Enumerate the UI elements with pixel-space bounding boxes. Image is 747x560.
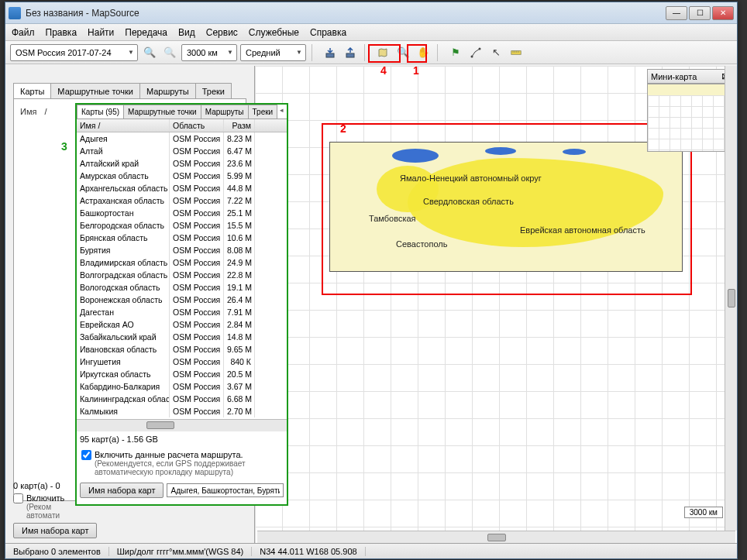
svg-point-3	[479, 47, 481, 50]
grid-hscrollbar[interactable]	[77, 419, 287, 431]
scale-combo[interactable]: 3000 км	[181, 44, 237, 61]
annotation-4: 4	[380, 64, 387, 77]
svg-point-2	[471, 55, 473, 57]
include-hint: (Рекомендуется, если GPS поддерживает ав…	[95, 459, 282, 476]
table-row[interactable]: АлтайOSM Россия6.47 М	[77, 145, 287, 157]
status-position: N34 44.011 W168 05.908	[252, 547, 365, 556]
svg-rect-0	[326, 53, 334, 57]
tab-tracks[interactable]: Треки	[195, 83, 232, 99]
maximize-button[interactable]: ☐	[689, 6, 711, 20]
menu-transfer[interactable]: Передача	[125, 27, 167, 38]
tab-maps[interactable]: Карты	[13, 83, 51, 99]
close-button[interactable]: ✕	[712, 6, 734, 20]
include-hint2: автомати	[26, 511, 64, 520]
map-pane[interactable]: Ямало-Ненецкий автономный округСвердловс…	[255, 66, 737, 543]
zoom-in-icon[interactable]: 🔍	[141, 44, 158, 61]
menu-view[interactable]: Вид	[178, 27, 195, 38]
float-collapse-icon[interactable]: ◂	[280, 106, 284, 114]
menu-file[interactable]: Файл	[12, 27, 35, 38]
map-label: Тамбовская	[369, 214, 416, 223]
table-row[interactable]: БашкортостанOSM Россия25.1 М	[77, 207, 287, 219]
float-maps-panel: ◂ Карты (95) Маршрутные точки Маршруты Т…	[75, 103, 288, 506]
include-route-checkbox-bg[interactable]	[13, 493, 23, 503]
table-row[interactable]: Амурская областьOSM Россия5.99 М	[77, 170, 287, 182]
table-row[interactable]: Еврейская АОOSM Россия2.84 М	[77, 318, 287, 331]
float-tab-waypoints[interactable]: Маршрутные точки	[123, 105, 201, 119]
menu-edit[interactable]: Правка	[46, 27, 77, 38]
map-label: Ямало-Ненецкий автономный округ	[400, 173, 542, 183]
table-row[interactable]: Белгородская областьOSM Россия15.5 М	[77, 219, 287, 232]
tab-waypoints[interactable]: Маршрутные точки	[50, 83, 140, 99]
table-row[interactable]: Брянская областьOSM Россия10.6 М	[77, 232, 287, 244]
table-row[interactable]: Воронежская областьOSM Россия26.4 М	[77, 294, 287, 306]
waypoint-tool-icon[interactable]: ⚑	[447, 44, 464, 61]
statusbar: Выбрано 0 элементов Шир/долг гггг°мм.ммм…	[5, 543, 737, 558]
detail-combo[interactable]: Средний	[240, 44, 306, 61]
setname-button-bg[interactable]: Имя набора карт	[13, 523, 97, 538]
status-selection: Выбрано 0 элементов	[5, 547, 109, 556]
float-tab-tracks[interactable]: Треки	[248, 105, 278, 119]
product-combo[interactable]: OSM Россия 2017-07-24	[10, 44, 138, 61]
table-row[interactable]: Иркутская областьOSM Россия20.5 М	[77, 368, 287, 380]
grid-col-size[interactable]: Разм	[224, 119, 255, 132]
setname-button[interactable]: Имя набора карт	[80, 483, 164, 498]
include-route-checkbox[interactable]	[81, 450, 91, 460]
minimap-title: Мини-карта	[651, 72, 697, 81]
scale-indicator: 3000 км	[684, 507, 723, 518]
col-name[interactable]: Имя	[20, 107, 36, 116]
grid-col-name[interactable]: Имя	[80, 121, 95, 130]
table-row[interactable]: ИнгушетияOSM Россия840 К	[77, 356, 287, 368]
table-row[interactable]: Калининградская областьOSM Россия6.68 М	[77, 393, 287, 405]
menu-find[interactable]: Найти	[88, 27, 114, 38]
table-row[interactable]: КалмыкияOSM Россия2.70 М	[77, 405, 287, 417]
table-row[interactable]: БурятияOSM Россия8.08 М	[77, 244, 287, 256]
map-hscrollbar[interactable]	[257, 531, 735, 543]
include-hint1: (Реком	[26, 503, 64, 511]
grid-col-area[interactable]: Область	[170, 119, 224, 132]
svg-rect-1	[346, 53, 354, 57]
map-label: Севастополь	[396, 239, 447, 249]
selection-tool-icon[interactable]: ↖	[487, 44, 504, 61]
table-row[interactable]: Алтайский крайOSM Россия23.6 М	[77, 157, 287, 170]
zoom-out-icon[interactable]: 🔍	[161, 44, 178, 61]
menu-util[interactable]: Служебные	[249, 27, 299, 38]
float-tab-routes[interactable]: Маршруты	[201, 105, 249, 119]
setname-input[interactable]	[167, 483, 284, 497]
sort-indicator: /	[44, 107, 46, 116]
annotation-1: 1	[413, 64, 419, 77]
table-row[interactable]: Кабардино-БалкарияOSM Россия3.67 М	[77, 380, 287, 393]
app-window: Без названия - MapSource — ☐ ✕ Файл Прав…	[5, 2, 738, 559]
route-tool-icon[interactable]	[467, 44, 484, 61]
table-row[interactable]: АдыгеяOSM Россия8.23 М	[77, 132, 287, 145]
minimap-canvas[interactable]	[647, 84, 732, 152]
table-row[interactable]: Владимирская областьOSM Россия24.9 М	[77, 256, 287, 269]
float-tab-maps[interactable]: Карты (95)	[77, 105, 124, 119]
menu-service[interactable]: Сервис	[206, 27, 238, 38]
menu-help[interactable]: Справка	[310, 27, 346, 38]
send-to-device-icon[interactable]	[342, 44, 359, 61]
tab-routes[interactable]: Маршруты	[139, 83, 196, 99]
map-vscrollbar[interactable]	[725, 66, 737, 531]
receive-from-device-icon[interactable]	[322, 44, 339, 61]
table-row[interactable]: ДагестанOSM Россия7.91 М	[77, 306, 287, 318]
table-row[interactable]: Волгоградская областьOSM Россия22.8 М	[77, 269, 287, 281]
maps-grid[interactable]: Имя / Область Разм АдыгеяOSM Россия8.23 …	[77, 119, 287, 431]
map-selection-area[interactable]: Ямало-Ненецкий автономный округСвердловс…	[329, 142, 683, 272]
table-row[interactable]: Забайкальский крайOSM Россия14.8 М	[77, 331, 287, 343]
annotation-2: 2	[340, 122, 346, 135]
map-label: Еврейская автономная область	[520, 225, 645, 235]
status-format: Шир/долг гггг°мм.ммм'(WGS 84)	[109, 547, 253, 556]
minimize-button[interactable]: —	[666, 6, 687, 20]
annotation-3: 3	[61, 140, 67, 153]
app-icon	[9, 7, 21, 19]
include-label-bg: Включить	[26, 493, 64, 503]
table-row[interactable]: Ивановская областьOSM Россия9.65 М	[77, 343, 287, 356]
table-row[interactable]: Архангельская областьOSM Россия44.8 М	[77, 182, 287, 194]
table-row[interactable]: Астраханская областьOSM Россия7.22 М	[77, 194, 287, 207]
zoom-tool-icon[interactable]: 🔍	[394, 44, 411, 61]
hand-tool-icon[interactable]: ✋	[415, 44, 432, 61]
table-row[interactable]: Вологодская областьOSM Россия19.1 М	[77, 281, 287, 294]
titlebar: Без названия - MapSource — ☐ ✕	[5, 2, 737, 24]
map-tool-icon[interactable]	[374, 44, 391, 61]
measure-tool-icon[interactable]	[508, 44, 525, 61]
